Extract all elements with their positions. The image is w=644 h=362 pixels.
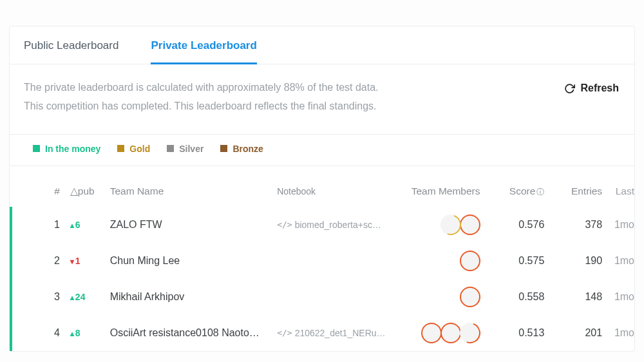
info-line-2: This competition has completed. This lea… [24, 97, 379, 116]
cell-team-name: ZALO FTW [110, 219, 277, 231]
tab-public-leaderboard[interactable]: Public Leaderboard [24, 26, 118, 64]
header-delta: △pub [70, 186, 110, 197]
cell-members [397, 287, 480, 307]
header-score-label: Score [509, 186, 536, 196]
legend-silver-label: Silver [179, 144, 204, 154]
cell-delta: 1 [70, 256, 110, 266]
legend-gold: Gold [117, 144, 150, 154]
cell-score: 0.575 [480, 255, 545, 267]
cell-members [397, 323, 480, 343]
cell-entries: 148 [544, 291, 602, 303]
swatch-silver [167, 145, 174, 152]
table-row[interactable]: 21Chun Ming Lee0.5751901mo [10, 243, 634, 279]
legend-bronze-label: Bronze [232, 144, 263, 154]
cell-delta: 24 [70, 292, 110, 302]
medal-legend: In the money Gold Silver Bronze [10, 135, 634, 166]
cell-entries: 378 [544, 219, 602, 231]
money-edge-marker [10, 207, 12, 351]
notebook-name: 210622_det1_NERu… [295, 328, 386, 338]
avatar[interactable] [437, 211, 464, 238]
header-team: Team Name [110, 186, 277, 197]
header-score: Scoreⓘ [480, 186, 545, 198]
refresh-icon [564, 83, 575, 94]
refresh-button[interactable]: Refresh [564, 82, 619, 94]
help-icon[interactable]: ⓘ [536, 187, 544, 196]
table-body: 16ZALO FTW</> biomed_roberta+sc…0.576378… [10, 207, 634, 351]
code-icon: </> [277, 220, 292, 229]
tab-private-leaderboard[interactable]: Private Leaderboard [151, 26, 256, 64]
legend-money: In the money [33, 144, 100, 154]
cell-members [397, 251, 480, 271]
table-row[interactable]: 16ZALO FTW</> biomed_roberta+sc…0.576378… [10, 207, 634, 243]
legend-gold-label: Gold [129, 144, 150, 154]
table-row[interactable]: 324Mikhail Arkhipov0.5581481mo [10, 279, 634, 315]
cell-score: 0.558 [480, 291, 545, 303]
leaderboard-grid: # △pub Team Name Notebook Team Members S… [10, 166, 634, 351]
cell-last: 1mo [602, 327, 634, 339]
cell-rank: 3 [10, 291, 70, 303]
header-notebook: Notebook [277, 186, 397, 196]
avatar[interactable] [421, 323, 442, 343]
cell-last: 1mo [602, 291, 634, 303]
cell-notebook[interactable]: </> 210622_det1_NERu… [277, 328, 397, 338]
swatch-bronze [220, 145, 227, 152]
avatar[interactable] [460, 287, 480, 307]
table-row[interactable]: 48OsciiArt resistance0108 Naoto…</> 2106… [10, 315, 634, 351]
code-icon: </> [277, 328, 292, 338]
cell-entries: 201 [544, 327, 602, 339]
swatch-gold [117, 145, 124, 152]
header-rank: # [10, 186, 70, 197]
info-line-1: The private leaderboard is calculated wi… [24, 79, 379, 97]
tab-bar: Public Leaderboard Private Leaderboard [10, 26, 634, 64]
swatch-money [33, 145, 40, 152]
cell-delta: 6 [70, 220, 110, 230]
cell-score: 0.513 [480, 327, 545, 339]
refresh-label: Refresh [580, 82, 619, 94]
cell-rank: 1 [10, 219, 70, 231]
cell-team-name: Mikhail Arkhipov [110, 291, 277, 303]
cell-delta: 8 [70, 328, 110, 338]
avatar[interactable] [456, 319, 484, 347]
cell-entries: 190 [544, 255, 602, 267]
legend-silver: Silver [167, 144, 204, 154]
cell-team-name: Chun Ming Lee [110, 255, 277, 267]
cell-notebook[interactable]: </> biomed_roberta+sc… [277, 220, 397, 230]
cell-rank: 2 [10, 255, 70, 267]
header-last: Last [602, 186, 634, 197]
info-text: The private leaderboard is calculated wi… [24, 79, 379, 116]
avatar[interactable] [460, 214, 480, 235]
cell-last: 1mo [602, 255, 634, 267]
info-row: The private leaderboard is calculated wi… [10, 64, 634, 135]
notebook-name: biomed_roberta+sc… [295, 220, 381, 230]
legend-bronze: Bronze [220, 144, 263, 154]
leaderboard-card: Public Leaderboard Private Leaderboard T… [9, 26, 635, 352]
table-header: # △pub Team Name Notebook Team Members S… [10, 166, 634, 207]
avatar[interactable] [440, 323, 461, 343]
legend-money-label: In the money [45, 144, 100, 154]
avatar[interactable] [460, 251, 480, 271]
header-entries: Entries [544, 186, 602, 197]
cell-members [397, 214, 480, 235]
header-members: Team Members [397, 186, 480, 197]
cell-score: 0.576 [480, 219, 545, 231]
cell-team-name: OsciiArt resistance0108 Naoto… [110, 327, 277, 339]
cell-last: 1mo [602, 219, 634, 231]
cell-rank: 4 [10, 327, 70, 339]
